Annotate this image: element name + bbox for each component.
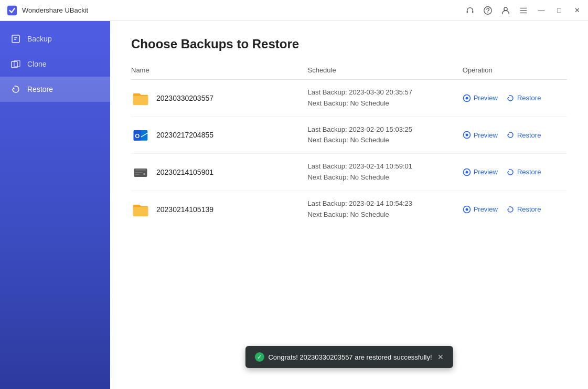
sidebar-restore-label: Restore	[27, 85, 53, 93]
svg-rect-9	[12, 35, 19, 43]
col-operation: Operation	[463, 66, 567, 80]
operation-cell-0: Preview Restore	[463, 80, 567, 117]
row-name-0: 20230330203557	[156, 94, 213, 102]
last-backup-2: Last Backup: 2023-02-14 10:59:01	[307, 161, 452, 172]
restore-btn-icon-2	[506, 168, 515, 176]
name-cell-0: 20230330203557	[131, 80, 307, 117]
app-title: Wondershare UBackit	[22, 6, 88, 14]
svg-rect-23	[135, 172, 142, 173]
maximize-button[interactable]: □	[554, 6, 564, 15]
titlebar-left: Wondershare UBackit	[0, 5, 88, 16]
svg-point-22	[143, 173, 145, 175]
schedule-cell-2: Last Backup: 2023-02-14 10:59:01 Next Ba…	[307, 154, 462, 191]
restore-button-1[interactable]: Restore	[506, 131, 541, 139]
sidebar-item-clone[interactable]: Clone	[0, 51, 110, 77]
toast-left: ✓ Congrats! 20230330203557 are restored …	[254, 352, 432, 362]
sidebar: Backup Clone Restore	[0, 21, 110, 389]
table-row: O O 20230217204855 Last Backup: 2023-02-…	[131, 117, 567, 154]
last-backup-1: Last Backup: 2023-02-20 15:03:25	[307, 124, 452, 135]
operation-cell-2: Preview Restore	[463, 154, 567, 191]
titlebar: Wondershare UBackit	[0, 0, 588, 21]
svg-text:O: O	[135, 133, 140, 140]
schedule-cell-3: Last Backup: 2023-02-14 10:54:23 Next Ba…	[307, 191, 462, 227]
svg-point-28	[465, 208, 468, 211]
preview-icon-1	[463, 131, 471, 139]
restore-btn-icon-0	[506, 94, 515, 102]
row-name-1: 20230217204855	[156, 131, 213, 139]
restore-button-0[interactable]: Restore	[506, 94, 541, 102]
toast-close-button[interactable]: ✕	[437, 353, 444, 361]
page-title: Choose Backups to Restore	[131, 37, 567, 51]
backup-icon	[10, 34, 21, 44]
content-area: Choose Backups to Restore Name Schedule …	[110, 21, 588, 389]
col-schedule: Schedule	[307, 66, 462, 80]
operation-cell-3: Preview Restore	[463, 191, 567, 227]
restore-icon	[10, 84, 21, 94]
help-icon[interactable]	[483, 6, 493, 15]
svg-point-4	[487, 12, 488, 12]
svg-point-3	[484, 6, 491, 14]
app-logo	[6, 5, 18, 16]
preview-button-1[interactable]: Preview	[463, 131, 498, 139]
sidebar-clone-label: Clone	[27, 60, 47, 68]
preview-icon-2	[463, 168, 471, 176]
main-layout: Backup Clone Restore Choose Backups to R…	[0, 21, 588, 389]
name-cell-2: 20230214105901	[131, 154, 307, 191]
next-backup-0: Next Backup: No Schedule	[307, 98, 452, 109]
table-row: 20230214105901 Last Backup: 2023-02-14 1…	[131, 154, 567, 191]
row-name-3: 20230214105139	[156, 205, 213, 214]
restore-button-2[interactable]: Restore	[506, 168, 541, 176]
last-backup-3: Last Backup: 2023-02-14 10:54:23	[307, 198, 452, 209]
sidebar-backup-label: Backup	[27, 35, 52, 43]
row-icon-2	[131, 163, 150, 182]
table-header-row: Name Schedule Operation	[131, 66, 567, 80]
svg-rect-2	[472, 10, 473, 13]
preview-icon-0	[463, 94, 471, 102]
row-icon-0	[131, 89, 150, 108]
svg-rect-24	[135, 174, 140, 175]
minimize-button[interactable]: —	[537, 6, 546, 15]
preview-button-2[interactable]: Preview	[463, 168, 498, 176]
svg-rect-1	[467, 10, 468, 13]
backup-table: Name Schedule Operation 20230330203557 L…	[131, 66, 567, 227]
operation-cell-1: Preview Restore	[463, 117, 567, 154]
sidebar-item-backup[interactable]: Backup	[0, 26, 110, 51]
menu-icon[interactable]	[519, 6, 528, 15]
headset-icon[interactable]	[465, 6, 475, 15]
svg-point-19	[465, 134, 468, 136]
toast-check-icon: ✓	[254, 352, 264, 362]
table-row: 20230214105139 Last Backup: 2023-02-14 1…	[131, 191, 567, 227]
sidebar-item-restore[interactable]: Restore	[0, 77, 110, 102]
name-cell-1: O O 20230217204855	[131, 117, 307, 154]
name-cell-3: 20230214105139	[131, 191, 307, 227]
close-button[interactable]: ✕	[572, 6, 582, 15]
last-backup-0: Last Backup: 2023-03-30 20:35:57	[307, 87, 452, 98]
svg-rect-0	[7, 5, 17, 15]
next-backup-3: Next Backup: No Schedule	[307, 209, 452, 220]
preview-button-0[interactable]: Preview	[463, 94, 498, 102]
restore-btn-icon-1	[506, 131, 515, 139]
preview-button-3[interactable]: Preview	[463, 205, 498, 214]
svg-point-13	[465, 97, 468, 99]
user-icon[interactable]	[501, 6, 510, 15]
svg-point-26	[465, 171, 468, 173]
next-backup-1: Next Backup: No Schedule	[307, 135, 452, 146]
preview-icon-3	[463, 205, 471, 214]
titlebar-controls: — □ ✕	[465, 6, 582, 15]
schedule-cell-0: Last Backup: 2023-03-30 20:35:57 Next Ba…	[307, 80, 462, 117]
row-name-2: 20230214105901	[156, 168, 213, 176]
row-icon-1: O O	[131, 125, 150, 144]
table-row: 20230330203557 Last Backup: 2023-03-30 2…	[131, 80, 567, 117]
svg-rect-21	[135, 170, 146, 171]
toast-message: Congrats! 20230330203557 are restored su…	[268, 353, 432, 361]
col-name: Name	[131, 66, 307, 80]
clone-icon	[10, 59, 21, 69]
row-icon-3	[131, 200, 150, 219]
restore-button-3[interactable]: Restore	[506, 205, 541, 214]
toast-notification: ✓ Congrats! 20230330203557 are restored …	[245, 346, 453, 368]
schedule-cell-1: Last Backup: 2023-02-20 15:03:25 Next Ba…	[307, 117, 462, 154]
restore-btn-icon-3	[506, 205, 515, 214]
next-backup-2: Next Backup: No Schedule	[307, 172, 452, 183]
